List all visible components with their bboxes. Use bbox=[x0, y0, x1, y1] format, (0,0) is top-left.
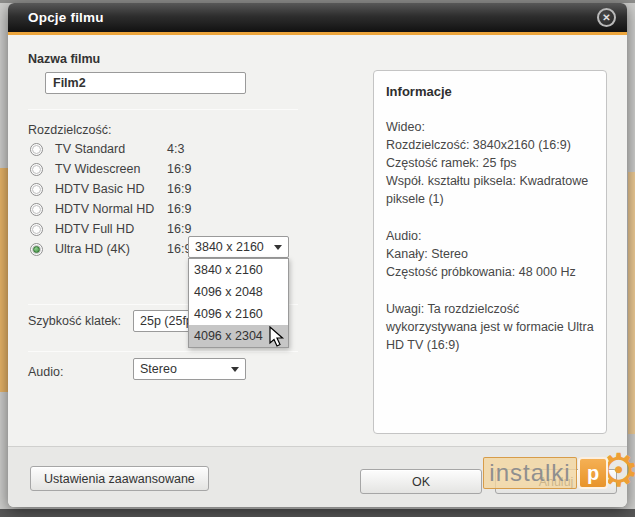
framerate-label: Szybkość klatek: bbox=[28, 314, 121, 328]
background-app-right bbox=[628, 172, 635, 434]
radio-icon[interactable] bbox=[30, 203, 43, 216]
separator bbox=[28, 351, 298, 352]
info-line: Częstość próbkowania: 48 000 Hz bbox=[386, 263, 594, 281]
accent-divider bbox=[8, 32, 627, 35]
resolution-section-label: Rozdzielczość: bbox=[28, 123, 111, 137]
mouse-cursor-icon bbox=[268, 326, 288, 348]
movie-name-label: Nazwa filmu bbox=[28, 52, 100, 66]
resolution-option-aspect: 16:9 bbox=[167, 162, 191, 176]
background-app-left bbox=[0, 168, 8, 392]
info-video-block: Wideo:Rozdzielczość: 3840x2160 (16:9)Czę… bbox=[386, 118, 594, 208]
advanced-settings-button[interactable]: Ustawienia zaawansowane bbox=[30, 466, 209, 491]
watermark-text: instalki bbox=[483, 457, 577, 489]
close-icon: ✕ bbox=[602, 12, 610, 23]
resolution-option-aspect: 16:9 bbox=[167, 202, 191, 216]
info-audio-block: Audio:Kanały: StereoCzęstość próbkowania… bbox=[386, 227, 594, 281]
radio-selected-icon[interactable] bbox=[30, 243, 43, 256]
resolution-option-label: TV Standard bbox=[55, 142, 167, 156]
info-line: Kanały: Stereo bbox=[386, 245, 594, 263]
radio-icon[interactable] bbox=[30, 163, 43, 176]
audio-dropdown[interactable]: Stereo bbox=[133, 358, 246, 380]
info-line: Audio: bbox=[386, 227, 594, 245]
close-button[interactable]: ✕ bbox=[597, 8, 616, 27]
dropdown-option[interactable]: 4096 x 2048 bbox=[189, 281, 288, 303]
watermark-badge: p bbox=[578, 457, 608, 489]
chevron-down-icon bbox=[231, 367, 239, 372]
resolution-option-aspect: 16:9 bbox=[167, 222, 191, 236]
dialog-titlebar: Opcje filmu ✕ bbox=[8, 3, 627, 32]
dropdown-option[interactable]: 3840 x 2160 bbox=[189, 259, 288, 281]
resolution-option-label: Ultra HD (4K) bbox=[55, 242, 167, 256]
movie-name-input[interactable] bbox=[45, 72, 246, 94]
resolution-option-aspect: 4:3 bbox=[167, 142, 184, 156]
info-line: Współ. kształtu piksela: Kwadratowe piks… bbox=[386, 172, 594, 208]
chevron-down-icon bbox=[274, 245, 282, 250]
audio-dropdown-value: Stereo bbox=[140, 362, 177, 376]
background-app-bottom bbox=[0, 509, 635, 517]
resolution-option-label: HDTV Full HD bbox=[55, 222, 167, 236]
resolution-option-aspect: 16:9 bbox=[167, 182, 191, 196]
radio-icon[interactable] bbox=[30, 223, 43, 236]
dropdown-option[interactable]: 4096 x 2160 bbox=[189, 303, 288, 325]
info-panel-title: Informacje bbox=[386, 84, 594, 99]
movie-options-dialog: Opcje filmu ✕ Nazwa filmu Rozdzielczość:… bbox=[8, 3, 627, 507]
resolution-dropdown[interactable]: 3840 x 2160 bbox=[188, 236, 289, 258]
resolution-option-label: HDTV Basic HD bbox=[55, 182, 167, 196]
radio-icon[interactable] bbox=[30, 183, 43, 196]
dialog-title: Opcje filmu bbox=[8, 10, 104, 25]
resolution-option-label: TV Widescreen bbox=[55, 162, 167, 176]
resolution-option[interactable]: HDTV Normal HD16:9 bbox=[28, 199, 288, 219]
info-panel: Informacje Wideo:Rozdzielczość: 3840x216… bbox=[373, 70, 607, 434]
info-line: Wideo: bbox=[386, 118, 594, 136]
resolution-dropdown-value: 3840 x 2160 bbox=[195, 240, 264, 254]
resolution-option[interactable]: TV Standard4:3 bbox=[28, 139, 288, 159]
radio-icon[interactable] bbox=[30, 143, 43, 156]
audio-label: Audio: bbox=[28, 365, 63, 379]
resolution-option[interactable]: TV Widescreen16:9 bbox=[28, 159, 288, 179]
info-notes: Uwagi: Ta rozdzielczość wykorzystywana j… bbox=[386, 300, 594, 354]
info-line: Częstość ramek: 25 fps bbox=[386, 154, 594, 172]
resolution-option-label: HDTV Normal HD bbox=[55, 202, 167, 216]
instalki-watermark: ⚙ instalki p bbox=[483, 457, 608, 489]
separator bbox=[28, 109, 298, 110]
resolution-option[interactable]: HDTV Basic HD16:9 bbox=[28, 179, 288, 199]
info-line: Rozdzielczość: 3840x2160 (16:9) bbox=[386, 136, 594, 154]
ok-button[interactable]: OK bbox=[360, 469, 482, 494]
